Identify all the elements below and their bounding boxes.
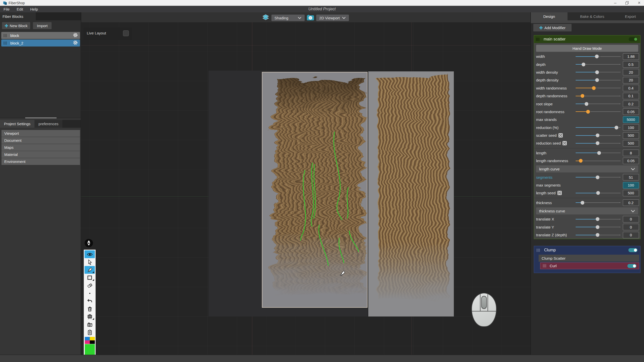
param-value-length-seed[interactable]: 500 [623,190,639,196]
clump-toggle[interactable] [628,248,637,252]
curve-dropdown-length-curve[interactable]: length curve [536,165,638,172]
param-value-reduction-seed[interactable]: 500 [623,140,639,147]
param-value-depth[interactable]: 0.5 [623,61,639,68]
param-slider-reduction-seed[interactable] [576,141,620,146]
color-swatch[interactable] [90,337,95,340]
slider-knob[interactable] [596,225,599,229]
settings-item-maps[interactable]: Maps [2,144,80,151]
color-swatch[interactable] [85,337,90,340]
slider-knob[interactable] [581,94,584,98]
viewport-canvas[interactable]: Shading 2D Viewport Live Layout [81,12,531,355]
fiber-block-row[interactable]: block [1,32,80,39]
rectangle-tool[interactable] [85,274,95,282]
param-slider-reduction[interactable] [576,125,620,130]
param-value-segments[interactable]: 51 [623,174,639,180]
visibility-tool[interactable] [85,250,95,258]
param-value-translate-y[interactable]: 0 [623,224,639,230]
canvas-tool[interactable] [85,313,95,321]
slider-knob[interactable] [596,191,600,195]
param-slider-root-randomness[interactable] [576,109,620,114]
param-value-width[interactable]: 1.88 [623,53,639,60]
param-value-translate-z-depth[interactable]: 0 [623,232,639,238]
shading-dropdown[interactable]: Shading [271,15,305,21]
slider-knob[interactable] [615,126,618,129]
view-mode-dropdown[interactable]: 2D Viewport [316,15,349,21]
panel-splitter[interactable] [25,118,57,118]
slider-knob[interactable] [586,110,590,114]
param-value-length[interactable]: 8 [623,150,639,156]
param-slider-length-randomness[interactable] [576,158,620,163]
settings-item-document[interactable]: Document [2,137,80,144]
drag-handle-icon[interactable] [536,38,539,41]
param-value-scatter-seed[interactable]: 500 [623,132,639,139]
slider-knob[interactable] [595,78,599,82]
menu-item-file[interactable]: File [0,6,13,12]
slider-knob[interactable] [581,201,584,205]
param-slider-width-density[interactable] [576,70,620,75]
settings-item-material[interactable]: Material [2,151,80,158]
tab-design[interactable]: Design [531,12,568,20]
drag-handle-icon[interactable] [543,264,546,267]
snapshot-tool[interactable] [85,321,95,328]
active-color-swatch[interactable] [85,344,95,355]
hand-draw-mode-button[interactable]: Hand Draw Mode [536,45,638,52]
delete-tool[interactable] [85,305,95,313]
param-value-width-density[interactable]: 20 [623,69,639,75]
new-block-button[interactable]: New Block [2,22,30,29]
select-tool[interactable] [85,258,95,266]
tab-bake-colors[interactable]: Bake & Colors [568,12,617,20]
curl-modifier[interactable]: Curl [540,262,639,269]
tab-project-settings[interactable]: Project Settings [0,120,34,128]
restore-button[interactable] [625,1,629,5]
drag-handle-icon[interactable] [4,41,7,45]
param-slider-length-seed[interactable] [576,191,620,196]
color-swatches[interactable] [85,337,95,344]
color-swatch[interactable] [85,340,90,344]
dice-icon[interactable] [562,141,567,146]
param-value-reduction[interactable]: 100 [623,124,639,131]
fiber-block-card[interactable] [368,71,454,316]
param-value-max-segments[interactable]: 100 [623,182,639,189]
param-slider-translate-z-depth[interactable] [576,233,620,238]
drag-handle-icon[interactable] [4,34,7,37]
param-value-thickness[interactable]: 0.2 [623,199,639,206]
param-value-depth-randomness[interactable]: 0.1 [623,93,639,99]
param-value-length-randomness[interactable]: 0.05 [623,158,639,164]
minimize-button[interactable]: – [614,1,616,6]
param-slider-width[interactable] [576,54,620,59]
param-slider-translate-x[interactable] [576,217,620,222]
slider-knob[interactable] [592,86,596,90]
slider-knob[interactable] [597,151,601,155]
clipboard-tool[interactable] [85,328,95,336]
clump-header[interactable]: Clump [534,246,640,254]
close-button[interactable]: × [638,0,640,6]
gear-icon[interactable] [73,40,78,46]
param-slider-translate-y[interactable] [576,224,620,230]
drag-handle-icon[interactable] [537,249,540,252]
curve-dropdown-thickness-curve[interactable]: thickness curve [536,207,638,214]
fiber-block-card-selected[interactable] [262,72,368,308]
settings-item-viewport[interactable]: Viewport [2,130,80,137]
menu-item-help[interactable]: Help [27,6,42,12]
slider-knob[interactable] [596,217,599,221]
param-slider-depth-randomness[interactable] [576,94,620,99]
slider-knob[interactable] [582,63,585,66]
slider-knob[interactable] [595,55,599,58]
brush-dot-tool[interactable] [85,289,95,297]
dice-icon[interactable] [557,191,562,195]
gear-icon[interactable] [73,32,78,39]
param-slider-segments[interactable] [576,175,620,180]
param-value-translate-x[interactable]: 0 [623,216,639,222]
param-slider-depth[interactable] [576,62,620,67]
param-value-width-randomness[interactable]: 0.4 [623,85,639,91]
slider-knob[interactable] [596,133,599,137]
undo-tool[interactable] [85,297,95,305]
param-slider-length[interactable] [576,150,620,155]
param-value-depth-density[interactable]: 20 [623,77,639,83]
param-slider-width-randomness[interactable] [576,85,620,90]
param-slider-thickness[interactable] [576,200,620,205]
live-layout-checkbox[interactable] [123,30,129,36]
param-value-max-strands[interactable]: 5000 [623,116,639,123]
param-slider-root-slope[interactable] [576,101,620,106]
menu-item-edit[interactable]: Edit [13,6,27,12]
